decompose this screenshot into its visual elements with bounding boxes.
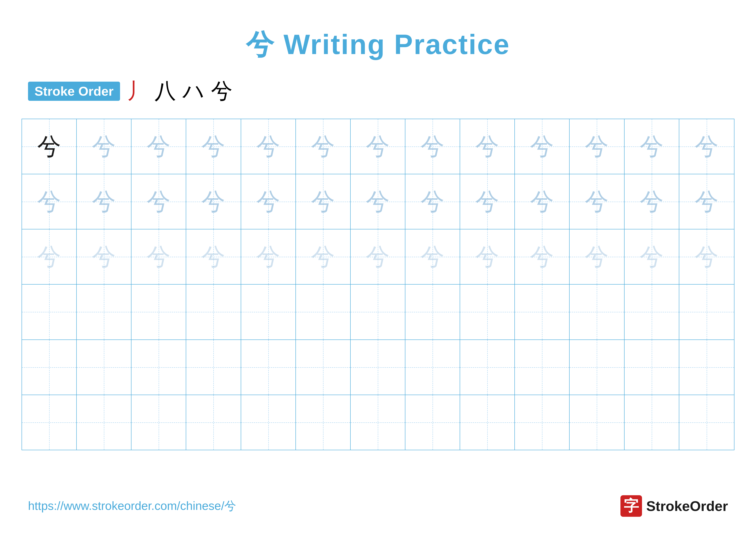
grid-cell[interactable]: 兮 [131, 174, 186, 229]
grid-cell[interactable] [186, 395, 241, 450]
stroke-1: 丿 [126, 77, 148, 106]
grid-cell[interactable]: 兮 [22, 174, 77, 229]
page-title: 兮 Writing Practice [246, 29, 510, 60]
grid-cell[interactable] [405, 395, 460, 450]
grid-cell[interactable]: 兮 [460, 119, 515, 174]
grid-cell[interactable]: 兮 [679, 174, 734, 229]
grid-cell[interactable]: 兮 [296, 119, 351, 174]
grid-cell[interactable] [515, 285, 570, 339]
grid-cell[interactable]: 兮 [570, 229, 624, 284]
grid-cell[interactable] [22, 285, 77, 339]
grid-cell[interactable] [625, 340, 679, 394]
grid-cell[interactable]: 兮 [77, 119, 131, 174]
grid-cell[interactable] [460, 285, 515, 339]
grid-cell[interactable]: 兮 [515, 119, 570, 174]
grid-cell[interactable] [625, 395, 679, 450]
grid-cell[interactable]: 兮 [296, 229, 351, 284]
grid-cell[interactable]: 兮 [460, 229, 515, 284]
grid-cell[interactable]: 兮 [241, 119, 296, 174]
grid-cell[interactable]: 兮 [405, 174, 460, 229]
cell-character: 兮 [311, 245, 335, 268]
cell-character: 兮 [421, 190, 445, 214]
grid-cell[interactable] [515, 395, 570, 450]
grid-cell[interactable]: 兮 [625, 174, 679, 229]
grid-cell[interactable]: 兮 [515, 229, 570, 284]
grid-cell[interactable] [241, 340, 296, 394]
title-area: 兮 Writing Practice [0, 0, 756, 64]
cell-character: 兮 [202, 245, 225, 268]
grid-cell[interactable] [186, 285, 241, 339]
grid-cell[interactable] [679, 285, 734, 339]
grid-cell[interactable] [679, 395, 734, 450]
grid-cell[interactable]: 兮 [405, 119, 460, 174]
grid-cell[interactable] [515, 340, 570, 394]
grid-cell[interactable] [460, 395, 515, 450]
grid-cell[interactable]: 兮 [679, 119, 734, 174]
grid-cell[interactable]: 兮 [131, 119, 186, 174]
grid-cell[interactable]: 兮 [351, 119, 405, 174]
footer-url[interactable]: https://www.strokeorder.com/chinese/兮 [28, 498, 236, 514]
grid-cell[interactable] [405, 340, 460, 394]
grid-cell[interactable] [77, 285, 131, 339]
cell-character: 兮 [585, 190, 608, 214]
grid-cell[interactable] [131, 285, 186, 339]
grid-cell[interactable] [679, 340, 734, 394]
cell-character: 兮 [530, 190, 554, 214]
grid-cell[interactable]: 兮 [625, 229, 679, 284]
grid-cell[interactable] [77, 340, 131, 394]
grid-cell[interactable]: 兮 [22, 229, 77, 284]
grid-cell[interactable]: 兮 [77, 229, 131, 284]
grid-cell[interactable] [625, 285, 679, 339]
cell-character: 兮 [202, 135, 225, 158]
grid-cell[interactable]: 兮 [22, 119, 77, 174]
grid-row: 兮兮兮兮兮兮兮兮兮兮兮兮兮 [22, 119, 734, 174]
grid-cell[interactable] [296, 340, 351, 394]
grid-cell[interactable] [241, 285, 296, 339]
grid-cell[interactable]: 兮 [241, 174, 296, 229]
cell-character: 兮 [695, 190, 718, 214]
grid-cell[interactable]: 兮 [77, 174, 131, 229]
grid-cell[interactable]: 兮 [241, 229, 296, 284]
grid-cell[interactable] [351, 395, 405, 450]
grid-cell[interactable] [241, 395, 296, 450]
grid-cell[interactable]: 兮 [515, 174, 570, 229]
grid-cell[interactable] [22, 340, 77, 394]
grid-cell[interactable]: 兮 [460, 174, 515, 229]
grid-cell[interactable] [22, 395, 77, 450]
grid-row [22, 395, 734, 450]
grid-cell[interactable] [351, 285, 405, 339]
stroke-3: ハ [182, 77, 204, 106]
grid-cell[interactable] [405, 285, 460, 339]
grid-cell[interactable] [570, 285, 624, 339]
grid-cell[interactable]: 兮 [679, 229, 734, 284]
grid-cell[interactable]: 兮 [625, 119, 679, 174]
grid-cell[interactable] [186, 340, 241, 394]
grid-cell[interactable] [460, 340, 515, 394]
stroke-order-area: Stroke Order 丿 八 ハ 兮 [28, 77, 756, 106]
cell-character: 兮 [37, 135, 61, 158]
grid-cell[interactable]: 兮 [131, 229, 186, 284]
grid-cell[interactable]: 兮 [405, 229, 460, 284]
grid-cell[interactable]: 兮 [351, 174, 405, 229]
cell-character: 兮 [475, 190, 499, 214]
grid-cell[interactable]: 兮 [296, 174, 351, 229]
footer: https://www.strokeorder.com/chinese/兮 字 … [28, 495, 728, 517]
cell-character: 兮 [421, 245, 445, 268]
grid-cell[interactable] [77, 395, 131, 450]
grid-cell[interactable]: 兮 [186, 229, 241, 284]
grid-cell[interactable] [570, 395, 624, 450]
grid-cell[interactable]: 兮 [351, 229, 405, 284]
grid-cell[interactable]: 兮 [186, 119, 241, 174]
grid-cell[interactable]: 兮 [570, 174, 624, 229]
cell-character: 兮 [37, 190, 61, 214]
grid-cell[interactable] [296, 395, 351, 450]
grid-cell[interactable] [296, 285, 351, 339]
footer-logo: 字 StrokeOrder [620, 495, 728, 517]
cell-character: 兮 [92, 190, 116, 214]
grid-cell[interactable]: 兮 [186, 174, 241, 229]
grid-cell[interactable] [351, 340, 405, 394]
grid-cell[interactable]: 兮 [570, 119, 624, 174]
grid-cell[interactable] [131, 340, 186, 394]
grid-cell[interactable] [570, 340, 624, 394]
grid-cell[interactable] [131, 395, 186, 450]
